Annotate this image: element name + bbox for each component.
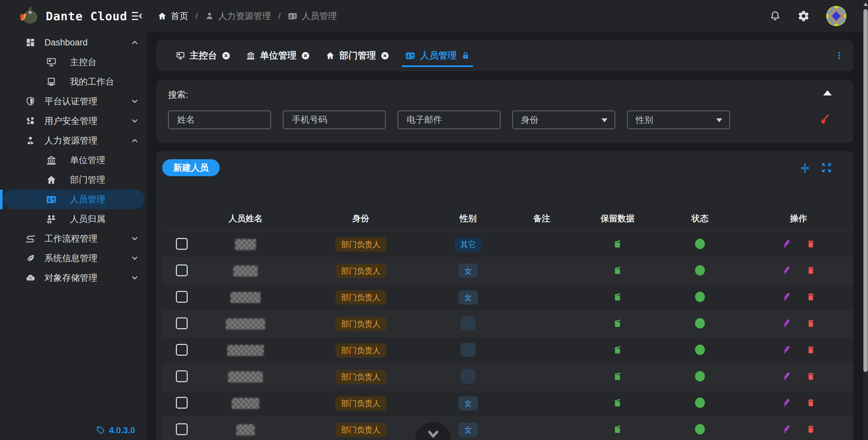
edit-pencil-icon[interactable] [782, 345, 792, 355]
app-version[interactable]: 4.0.3.0 [109, 425, 135, 435]
status-active-dot [695, 371, 705, 381]
chevron-up-icon [129, 38, 140, 47]
table-row: 部门负责人 [162, 364, 853, 390]
page-scrollbar[interactable] [863, 0, 868, 440]
tab-unit-mgmt[interactable]: 单位管理 [238, 40, 318, 71]
breadcrumb-separator: / [195, 11, 198, 21]
id-card-icon [46, 193, 57, 205]
gear-icon[interactable] [797, 10, 810, 22]
bank-icon [46, 155, 57, 165]
sidebar-item-user-security[interactable]: 用户安全管理 [0, 111, 147, 131]
collapse-search-icon[interactable] [823, 90, 832, 95]
scrollbar-up-arrow[interactable] [863, 3, 868, 6]
edit-pencil-icon[interactable] [782, 371, 792, 381]
delete-trash-icon[interactable] [806, 266, 815, 275]
shield-icon [25, 96, 36, 106]
compress-rows-icon[interactable] [799, 162, 811, 174]
sidebar-item-unit-mgmt[interactable]: 单位管理 [0, 150, 147, 170]
breadcrumb-personnel[interactable]: 人员管理 [288, 10, 337, 22]
tab-console[interactable]: 主控台 [168, 40, 238, 71]
breadcrumb-hr[interactable]: 人力资源管理 [205, 10, 271, 22]
sidebar-item-dashboard[interactable]: Dashboard [0, 33, 147, 52]
identity-badge: 部门负责人 [335, 317, 386, 332]
identity-select[interactable]: 身份 [512, 111, 615, 129]
row-checkbox[interactable] [176, 423, 188, 435]
delete-trash-icon[interactable] [806, 398, 815, 407]
brand[interactable]: Dante Cloud [0, 6, 131, 26]
whale-logo-icon [19, 6, 40, 26]
sidebar-item-workbench[interactable]: 我的工作台 [0, 72, 147, 92]
delete-trash-icon[interactable] [806, 372, 815, 381]
gender-badge: 女 [458, 396, 478, 411]
table-row: 部门负责人 女 [162, 258, 853, 284]
row-checkbox[interactable] [176, 264, 188, 276]
delete-trash-icon[interactable] [806, 319, 815, 328]
identity-badge: 部门负责人 [335, 343, 386, 358]
sidebar-item-console[interactable]: 主控台 [0, 52, 147, 72]
edit-pencil-icon[interactable] [782, 292, 792, 302]
sidebar-item-hr[interactable]: 人力资源管理 [0, 131, 147, 150]
row-checkbox[interactable] [176, 238, 188, 250]
home-icon [158, 11, 167, 21]
tab-personnel-mgmt[interactable]: 人员管理 [397, 40, 478, 71]
breadcrumb-home[interactable]: 首页 [158, 10, 188, 22]
close-icon[interactable] [380, 51, 390, 60]
clean-filters-broom-icon[interactable] [816, 113, 830, 127]
tab-dept-mgmt[interactable]: 部门管理 [318, 40, 397, 71]
fullscreen-expand-icon[interactable] [820, 162, 832, 174]
caret-down-icon [601, 118, 608, 122]
retain-data-icon [613, 424, 622, 434]
delete-trash-icon[interactable] [806, 345, 815, 354]
sidebar-item-workflow[interactable]: 工作流程管理 [0, 229, 147, 248]
sidebar-item-platform-auth[interactable]: 平台认证管理 [0, 92, 147, 111]
name-field[interactable] [168, 111, 271, 129]
chevron-down-icon [129, 117, 140, 125]
cloud-upload-icon [25, 273, 36, 283]
row-checkbox[interactable] [176, 291, 188, 303]
delete-trash-icon[interactable] [806, 425, 815, 434]
sidebar-item-dept-mgmt[interactable]: 部门管理 [0, 170, 147, 190]
identity-badge: 部门负责人 [335, 396, 386, 411]
delete-trash-icon[interactable] [806, 292, 815, 302]
avatar[interactable] [826, 6, 846, 26]
sidebar-item-personnel-belong[interactable]: 人员归属 [0, 209, 147, 229]
censored-name [226, 318, 265, 329]
email-field[interactable] [398, 111, 500, 129]
scrollbar-thumb[interactable] [863, 9, 868, 372]
close-icon[interactable] [301, 51, 310, 60]
sidebar-item-object-storage[interactable]: 对象存储管理 [0, 268, 147, 288]
phone-field[interactable] [283, 111, 386, 129]
note-cell [504, 284, 579, 311]
phone-input[interactable] [291, 115, 377, 125]
edit-pencil-icon[interactable] [782, 265, 792, 275]
edit-pencil-icon[interactable] [782, 318, 792, 328]
create-person-button[interactable]: 新建人员 [162, 159, 220, 176]
chevron-down-icon [129, 254, 140, 262]
home-icon [46, 175, 57, 185]
row-checkbox[interactable] [176, 397, 188, 409]
col-identity: 身份 [290, 206, 432, 231]
gender-select[interactable]: 性别 [627, 111, 730, 129]
row-checkbox[interactable] [176, 344, 188, 356]
users-icon [25, 116, 36, 126]
retain-data-icon [613, 318, 622, 328]
email-input[interactable] [406, 115, 492, 125]
note-cell [504, 364, 579, 390]
delete-trash-icon[interactable] [806, 239, 815, 248]
close-icon[interactable] [222, 51, 230, 60]
sidebar-item-personnel-mgmt[interactable]: 人员管理 [3, 190, 145, 209]
topbar: Dante Cloud 首页 / 人力资源管理 / 人员管理 [0, 0, 868, 32]
sidebar-item-system-info[interactable]: 系统信息管理 [0, 248, 147, 268]
menu-fold-icon[interactable] [131, 10, 143, 22]
table-header-row: 人员姓名 身份 性别 备注 保留数据 状态 操作 [162, 206, 853, 231]
edit-pencil-icon[interactable] [782, 424, 792, 434]
bell-icon[interactable] [769, 10, 781, 22]
note-cell [504, 417, 579, 440]
row-checkbox[interactable] [176, 317, 188, 329]
name-input[interactable] [177, 115, 262, 125]
edit-pencil-icon[interactable] [782, 398, 792, 408]
edit-pencil-icon[interactable] [782, 239, 792, 249]
tab-options-dots-icon[interactable] [835, 51, 843, 60]
select-column-header [162, 206, 202, 231]
row-checkbox[interactable] [176, 370, 188, 382]
